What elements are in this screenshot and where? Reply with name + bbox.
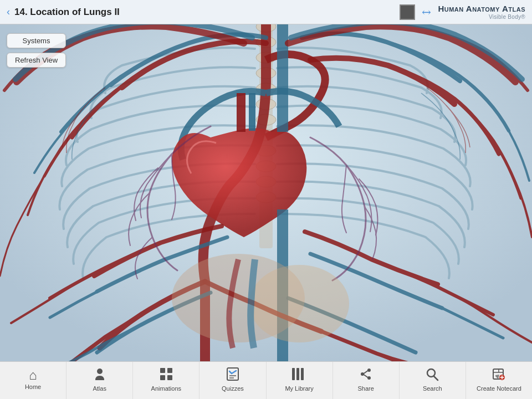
svg-point-29 (367, 369, 371, 372)
page-title: 14. Location of Lungs II (14, 7, 120, 18)
anatomy-view (0, 24, 532, 361)
nav-item-create-notecard[interactable]: Create Notecard (466, 362, 532, 399)
nav-item-home[interactable]: ⌂ Home (0, 362, 66, 399)
nav-item-my-library[interactable]: My Library (267, 362, 333, 399)
share-icon (359, 367, 373, 383)
brand-sub: Visible Body® (438, 14, 525, 21)
nav-item-animations[interactable]: Animations (133, 362, 200, 399)
nav-label-atlas: Atlas (93, 385, 106, 392)
nav-item-share[interactable]: Share (333, 362, 400, 399)
top-bar-right: ⤢ Human Anatomy Atlas Visible Body® (400, 4, 525, 21)
my-library-icon (291, 367, 308, 383)
expand-icon[interactable]: ⤢ (418, 4, 434, 20)
left-panel: Systems Refresh View (7, 33, 66, 68)
quizzes-icon (226, 367, 240, 383)
svg-point-31 (361, 372, 364, 376)
svg-rect-20 (167, 368, 172, 373)
nav-label-create-notecard: Create Notecard (477, 385, 521, 392)
nav-label-share: Share (358, 385, 374, 392)
svg-rect-28 (301, 368, 304, 380)
top-bar: ‹ 14. Location of Lungs II ⤢ Human Anato… (0, 0, 532, 24)
nav-label-quizzes: Quizzes (222, 385, 244, 392)
svg-rect-22 (167, 375, 172, 380)
brand-title: Human Anatomy Atlas Visible Body® (438, 4, 525, 21)
nav-label-my-library: My Library (285, 385, 313, 392)
nav-item-search[interactable]: Search (400, 362, 466, 399)
nav-label-animations: Animations (151, 385, 181, 392)
svg-rect-27 (296, 368, 299, 380)
svg-rect-19 (160, 368, 165, 373)
home-icon: ⌂ (29, 369, 37, 382)
top-bar-left: ‹ 14. Location of Lungs II (7, 6, 120, 18)
anatomy-svg (0, 24, 532, 361)
nav-item-atlas[interactable]: Atlas (66, 362, 133, 399)
create-notecard-icon (492, 367, 506, 383)
main-canvas[interactable] (0, 24, 532, 361)
svg-point-30 (367, 376, 371, 380)
atlas-icon (93, 367, 107, 383)
nav-label-home: Home (25, 383, 41, 390)
back-button[interactable]: ‹ (7, 6, 10, 18)
svg-point-18 (97, 369, 103, 374)
animations-icon (159, 367, 173, 383)
back-arrow-icon: ‹ (7, 6, 10, 18)
nav-label-search: Search (423, 385, 442, 392)
svg-rect-26 (292, 368, 295, 380)
bottom-nav: ⌂ Home Atlas Animations (0, 361, 532, 399)
systems-button[interactable]: Systems (7, 33, 66, 48)
svg-point-17 (249, 265, 349, 342)
svg-rect-21 (160, 375, 165, 380)
brand-name: Human Anatomy Atlas (438, 4, 525, 14)
thumbnail-preview[interactable] (400, 4, 415, 20)
nav-item-quizzes[interactable]: Quizzes (200, 362, 266, 399)
refresh-view-button[interactable]: Refresh View (7, 53, 66, 68)
search-icon (425, 367, 439, 383)
svg-line-33 (434, 376, 438, 380)
